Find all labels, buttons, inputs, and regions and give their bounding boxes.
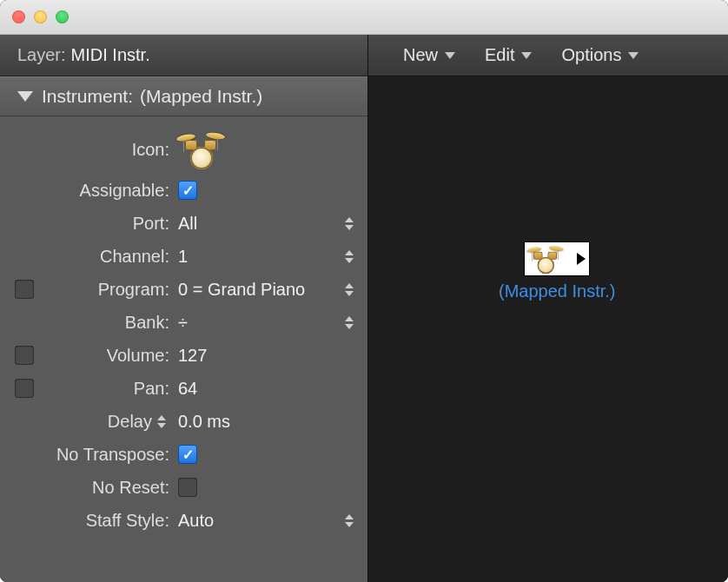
bank-stepper[interactable] [345, 313, 357, 332]
bank-value-field[interactable]: ÷ [175, 313, 359, 333]
assignable-label: Assignable: [40, 181, 175, 201]
row-port: Port: All [9, 207, 359, 240]
port-label: Port: [40, 214, 175, 234]
window-titlebar [0, 0, 728, 35]
layer-selector[interactable]: Layer: MIDI Instr. [0, 35, 367, 76]
minimize-window-button[interactable] [34, 10, 47, 23]
inspector-panel: Layer: MIDI Instr. Instrument: (Mapped I… [0, 35, 368, 582]
object-label: (Mapped Instr.) [499, 281, 616, 301]
no-reset-label: No Reset: [40, 478, 175, 498]
row-channel: Channel: 1 [9, 240, 359, 273]
mapped-instrument-object[interactable]: (Mapped Instr.) [499, 241, 616, 301]
channel-stepper[interactable] [345, 247, 357, 266]
port-stepper[interactable] [345, 214, 357, 233]
channel-value: 1 [178, 247, 188, 267]
row-no-transpose: No Transpose: [9, 438, 359, 471]
row-volume: Volume: 127 [9, 339, 359, 372]
staff-style-value-field[interactable]: Auto [175, 511, 359, 531]
port-value-field[interactable]: All [175, 214, 359, 234]
edit-menu-label: Edit [485, 45, 514, 65]
no-transpose-label: No Transpose: [40, 445, 175, 465]
program-value-field[interactable]: 0 = Grand Piano [175, 280, 359, 300]
inspector-body: Icon: Assignable: [0, 116, 367, 582]
assignable-checkbox[interactable] [178, 181, 197, 200]
no-transpose-checkbox[interactable] [178, 445, 197, 464]
row-no-reset: No Reset: [9, 471, 359, 504]
pan-value-field[interactable]: 64 [175, 379, 359, 399]
channel-value-field[interactable]: 1 [175, 247, 359, 267]
program-label: Program: [40, 280, 175, 300]
environment-canvas[interactable]: (Mapped Instr.) [368, 76, 728, 582]
environment-panel: New Edit Options [368, 35, 728, 582]
program-value: 0 = Grand Piano [178, 280, 305, 300]
icon-picker[interactable] [175, 129, 359, 169]
port-value: All [178, 214, 197, 234]
window-body: Layer: MIDI Instr. Instrument: (Mapped I… [0, 35, 728, 582]
row-icon: Icon: [9, 125, 359, 174]
staff-style-stepper[interactable] [345, 511, 357, 530]
row-pan: Pan: 64 [9, 372, 359, 405]
delay-mode-stepper[interactable] [157, 413, 169, 429]
object-thumbnail [524, 241, 590, 276]
instrument-header-label: Instrument: [42, 86, 133, 107]
icon-label: Icon: [40, 140, 175, 160]
program-enable-checkbox[interactable] [15, 280, 34, 299]
volume-enable-checkbox[interactable] [15, 346, 34, 365]
row-program: Program: 0 = Grand Piano [9, 273, 359, 306]
delay-label-area[interactable]: Delay [40, 412, 175, 432]
no-reset-checkbox[interactable] [178, 478, 197, 497]
disclosure-triangle-icon [17, 91, 33, 102]
pan-value: 64 [178, 379, 197, 399]
program-stepper[interactable] [345, 280, 357, 299]
staff-style-label: Staff Style: [40, 511, 175, 531]
close-window-button[interactable] [12, 10, 25, 23]
pan-enable-checkbox[interactable] [15, 379, 34, 398]
volume-value-field[interactable]: 127 [175, 346, 359, 366]
row-delay: Delay 0.0 ms [9, 405, 359, 438]
drumkit-icon [178, 129, 223, 169]
chevron-down-icon [628, 52, 639, 59]
row-bank: Bank: ÷ [9, 306, 359, 339]
new-menu[interactable]: New [394, 42, 464, 69]
chevron-down-icon [521, 52, 532, 59]
options-menu-label: Options [561, 45, 621, 65]
layer-value: MIDI Instr. [71, 45, 150, 65]
pan-label: Pan: [40, 379, 175, 399]
staff-style-value: Auto [178, 511, 214, 531]
row-staff-style: Staff Style: Auto [9, 504, 359, 537]
volume-label: Volume: [40, 346, 175, 366]
layer-label: Layer: [17, 45, 66, 65]
bank-value: ÷ [178, 313, 188, 333]
delay-value-field[interactable]: 0.0 ms [175, 412, 359, 432]
environment-window: Layer: MIDI Instr. Instrument: (Mapped I… [0, 0, 728, 582]
output-triangle-icon[interactable] [577, 253, 586, 265]
delay-label: Delay [108, 412, 152, 432]
instrument-name: (Mapped Instr.) [140, 86, 262, 107]
new-menu-label: New [403, 45, 438, 65]
channel-label: Channel: [40, 247, 175, 267]
zoom-window-button[interactable] [56, 10, 69, 23]
window-controls [12, 10, 69, 23]
row-assignable: Assignable: [9, 174, 359, 207]
instrument-disclosure-header[interactable]: Instrument: (Mapped Instr.) [0, 76, 367, 116]
delay-value: 0.0 ms [178, 412, 230, 432]
environment-toolbar: New Edit Options [368, 35, 728, 76]
volume-value: 127 [178, 346, 207, 366]
options-menu[interactable]: Options [553, 42, 647, 69]
bank-label: Bank: [40, 313, 175, 333]
edit-menu[interactable]: Edit [476, 42, 540, 69]
drumkit-icon [528, 244, 562, 274]
chevron-down-icon [445, 52, 455, 59]
